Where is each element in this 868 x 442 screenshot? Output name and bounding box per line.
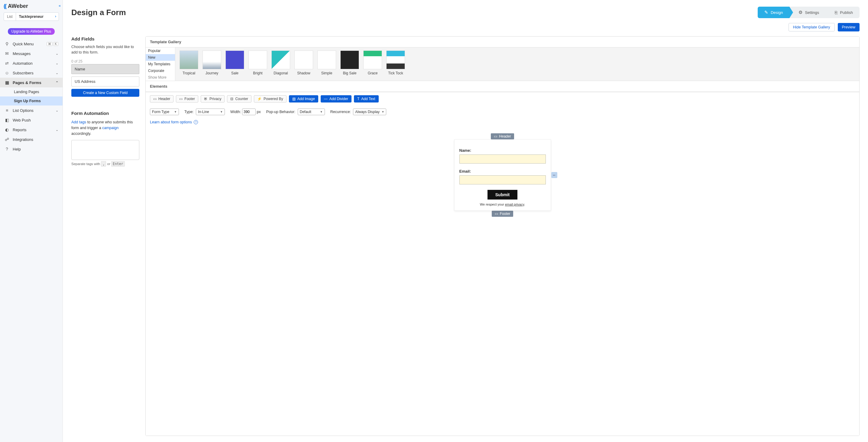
gallery-cat-popular[interactable]: Popular — [146, 48, 175, 54]
tags-input[interactable] — [71, 140, 139, 160]
label: Pop-up Behavior: — [266, 110, 296, 114]
chip-footer[interactable]: ▭Footer — [176, 95, 198, 102]
badge-label: Footer — [500, 212, 510, 216]
text: We respect your — [480, 203, 505, 206]
popup-behavior-select[interactable]: Default▼ — [298, 109, 325, 115]
main: Design a Form ✎ Design ⚙ Settings ⎘ Publ… — [63, 0, 868, 442]
nav-web-push[interactable]: ◧ Web Push — [0, 115, 63, 125]
footer-tag-badge[interactable]: ▭Footer — [492, 211, 514, 217]
image-icon: ▧ — [292, 97, 296, 101]
nav-pages-forms[interactable]: ▦ Pages & Forms ⌃ — [0, 78, 63, 87]
gallery-cat-corporate[interactable]: Corporate — [146, 67, 175, 74]
help-icon: ? — [194, 120, 198, 124]
nav-help[interactable]: ? Help — [0, 144, 63, 154]
text: Separate tags with — [71, 162, 101, 166]
nav-sign-up-forms[interactable]: Sign Up Forms — [0, 96, 63, 106]
width-input[interactable] — [242, 109, 256, 115]
thumb-grace[interactable]: Grace — [363, 51, 382, 78]
recurrence-select[interactable]: Always Display▼ — [353, 109, 386, 115]
chip-powered-by[interactable]: ⚡Powered By — [254, 95, 286, 102]
nav-label: Help — [13, 147, 21, 151]
nav-list-options[interactable]: ≡ List Options ⌄ — [0, 106, 63, 115]
add-image-button[interactable]: ▧Add Image — [289, 95, 318, 102]
footer-icon: ▭ — [179, 97, 183, 101]
email-privacy-link[interactable]: email privacy — [505, 203, 524, 206]
nav-messages[interactable]: ✉ Messages ⌄ — [0, 49, 63, 58]
step-nav: ✎ Design ⚙ Settings ⎘ Publish — [758, 7, 860, 18]
thumb-shadow[interactable]: Shadow — [294, 51, 313, 78]
designer: Template Gallery Popular New My Template… — [145, 36, 860, 436]
step-publish[interactable]: ⎘ Publish — [826, 7, 860, 18]
publish-icon: ⎘ — [835, 10, 837, 15]
logo[interactable]: ( ( AWeber — [4, 3, 59, 9]
shield-icon: ⛨ — [204, 97, 208, 101]
add-text-button[interactable]: TAdd Text — [354, 95, 379, 102]
step-settings[interactable]: ⚙ Settings — [789, 7, 826, 18]
nav-label: Quick Menu — [13, 42, 34, 46]
gear-icon: ⚙ — [799, 10, 802, 15]
email-input[interactable] — [459, 175, 546, 184]
submit-button[interactable]: Submit — [488, 190, 518, 200]
chevron-down-icon: ⌄ — [56, 109, 58, 113]
form-options-row: Form Type▼ Type: In-Line▼ Width: px Pop-… — [146, 106, 859, 118]
create-custom-field-button[interactable]: Create a New Custom Field — [71, 89, 139, 97]
add-divider-button[interactable]: —Add Divider — [321, 95, 351, 102]
template-gallery-header: Template Gallery — [146, 37, 859, 48]
collapse-sidebar-button[interactable]: « — [59, 4, 61, 8]
form-type-select[interactable]: Form Type▼ — [150, 109, 179, 115]
nav-label: Subscribers — [13, 71, 34, 75]
nav-landing-pages[interactable]: Landing Pages — [0, 87, 63, 96]
gallery-cat-my-templates[interactable]: My Templates — [146, 61, 175, 67]
thumb-bright[interactable]: Bright — [248, 51, 267, 78]
header-tag-badge[interactable]: ▭Header — [491, 133, 514, 139]
thumb-tropical[interactable]: Tropical — [180, 51, 198, 78]
chip-counter[interactable]: ⊟Counter — [227, 95, 251, 102]
type-select[interactable]: In-Line▼ — [196, 109, 225, 115]
thumb-sale[interactable]: Sale — [225, 51, 244, 78]
chip-label: Add Text — [361, 97, 375, 101]
chip-header[interactable]: ▭Header — [150, 95, 174, 102]
thumb-label: Simple — [321, 71, 333, 75]
key: ⌘ — [46, 42, 53, 46]
gallery-cat-show-more[interactable]: Show More — [146, 74, 175, 81]
list-value: Tacklepreneur — [16, 13, 53, 21]
upgrade-button[interactable]: Upgrade to AWeber Plus — [8, 28, 55, 35]
thumb-simple[interactable]: Simple — [317, 51, 336, 78]
privacy-text: We respect your email privacy. — [459, 203, 546, 206]
chevron-down-icon: ⌄ — [56, 52, 58, 56]
add-tags-link[interactable]: Add tags — [71, 120, 86, 124]
thumb-diagonal[interactable]: Diagonal — [271, 51, 290, 78]
field-name[interactable]: Name — [71, 64, 139, 74]
nav-integrations[interactable]: ☍ Integrations — [0, 135, 63, 144]
nav-automation[interactable]: ⇄ Automation ⌄ — [0, 58, 63, 68]
resize-handle[interactable]: ↔ — [551, 172, 557, 178]
thumb-journey[interactable]: Journey — [203, 51, 221, 78]
learn-form-options-link[interactable]: Learn about form options ? — [146, 118, 859, 126]
list-selector[interactable]: List Tacklepreneur › — [4, 12, 59, 21]
topbar: Design a Form ✎ Design ⚙ Settings ⎘ Publ… — [63, 0, 868, 21]
nav-subscribers[interactable]: ☺ Subscribers ⌄ — [0, 68, 63, 78]
campaign-link[interactable]: campaign — [102, 126, 119, 130]
thumb-tick-tock[interactable]: Tick Tock — [386, 51, 405, 78]
select-value: Default — [300, 110, 311, 114]
nav-quick-menu[interactable]: ⚲ Quick Menu ⌘ K — [0, 39, 63, 49]
form-automation-header: Form Automation — [71, 111, 139, 116]
step-design[interactable]: ✎ Design — [758, 7, 789, 18]
hide-gallery-button[interactable]: Hide Template Gallery — [788, 23, 835, 31]
thumb-big-sale[interactable]: Big Sale — [340, 51, 359, 78]
field-us-address[interactable]: US Address — [71, 77, 139, 86]
integrations-icon: ☍ — [4, 137, 10, 142]
nav-reports[interactable]: ◐ Reports ⌄ — [0, 125, 63, 135]
template-gallery: Popular New My Templates Corporate Show … — [146, 48, 859, 81]
form-preview[interactable]: Name: Email: Submit We respect your emai… — [454, 139, 551, 211]
content: Add Fields Choose which fields you would… — [63, 36, 868, 442]
nav-label: Integrations — [13, 137, 33, 142]
sliders-icon: ≡ — [4, 108, 10, 113]
chip-label: Footer — [184, 97, 195, 101]
name-input[interactable] — [459, 154, 546, 164]
preview-button[interactable]: Preview — [838, 23, 860, 31]
thumb-label: Tropical — [183, 71, 195, 75]
chip-privacy[interactable]: ⛨Privacy — [201, 95, 224, 102]
gallery-cat-new[interactable]: New — [146, 54, 175, 61]
badge-label: Header — [499, 134, 511, 139]
